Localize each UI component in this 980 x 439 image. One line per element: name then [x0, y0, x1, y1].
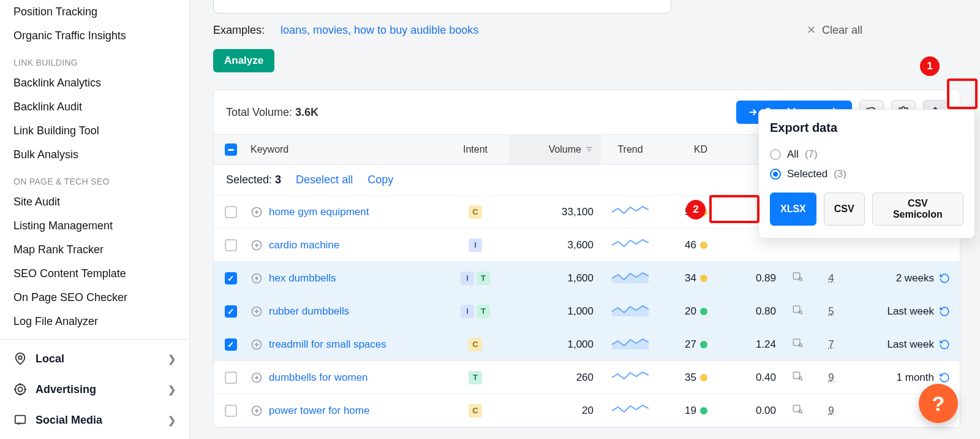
col-trend[interactable]: Trend	[601, 144, 660, 155]
sidebar-link[interactable]: Map Rank Tracker	[0, 238, 189, 262]
close-icon: ✕	[807, 23, 816, 37]
results-value: 9	[828, 372, 834, 383]
serp-icon[interactable]	[792, 271, 803, 282]
kd-value: 35	[685, 372, 696, 383]
add-icon[interactable]	[251, 272, 263, 284]
serp-icon[interactable]	[792, 403, 803, 414]
sidebar-group-title: LINK BUILDING	[0, 48, 189, 71]
add-icon[interactable]	[251, 405, 263, 417]
sidebar-bottom-local[interactable]: Local ❯	[0, 343, 189, 374]
export-selected-option[interactable]: Selected (3)	[770, 164, 963, 184]
kd-value: 34	[685, 272, 696, 284]
export-all-option[interactable]: All (7)	[770, 145, 963, 164]
deselect-all-button[interactable]: Deselect all	[296, 174, 353, 186]
volume-value: 1,000	[567, 338, 594, 351]
serp-icon[interactable]	[792, 337, 803, 348]
chevron-right-icon: ❯	[168, 353, 176, 365]
kd-dot-icon	[700, 374, 707, 381]
svg-point-1	[15, 384, 26, 395]
row-checkbox[interactable]	[225, 305, 237, 318]
col-kd[interactable]: KD	[660, 144, 715, 155]
kd-dot-icon	[700, 275, 707, 282]
results-value: 5	[828, 305, 834, 317]
sidebar-link[interactable]: Log File Analyzer	[0, 310, 189, 334]
selected-label: Selected:	[226, 174, 272, 186]
add-icon[interactable]	[251, 338, 263, 351]
sidebar-link[interactable]: Position Tracking	[0, 0, 189, 24]
table-row: hex dumbbells IT 1,600 34 0.89 4 2 weeks	[214, 262, 960, 295]
sidebar-link[interactable]: Listing Management	[0, 214, 189, 238]
add-icon[interactable]	[251, 372, 263, 384]
chevron-right-icon: ❯	[168, 414, 176, 426]
export-title: Export data	[770, 121, 963, 135]
sidebar-bottom-label: Advertising	[36, 383, 96, 396]
add-icon[interactable]	[251, 239, 263, 251]
refresh-icon[interactable]	[939, 339, 950, 350]
select-all-checkbox[interactable]	[225, 143, 237, 156]
sidebar-bottom-social[interactable]: Social Media ❯	[0, 405, 189, 435]
sidebar-bottom-label: Social Media	[36, 414, 102, 427]
keyword-input[interactable]	[213, 0, 671, 13]
kd-value: 19	[685, 405, 696, 416]
sidebar-link[interactable]: On Page SEO Checker	[0, 286, 189, 310]
kd-dot-icon	[700, 308, 707, 315]
analyze-button[interactable]: Analyze	[213, 49, 274, 72]
sidebar-link[interactable]: Site Audit	[0, 190, 189, 214]
kd-dot-icon	[700, 242, 707, 249]
row-checkbox[interactable]	[225, 206, 237, 218]
clear-all-button[interactable]: ✕ Clear all	[807, 23, 862, 37]
map-pin-icon	[13, 352, 27, 365]
keyword-link[interactable]: rubber dumbbells	[269, 305, 349, 318]
cpc-value: 0.80	[756, 305, 776, 317]
sidebar-link[interactable]: Backlink Analytics	[0, 71, 189, 95]
annotation-bubble-1: 1	[920, 56, 940, 76]
volume-value: 1,000	[567, 305, 594, 318]
sidebar-link[interactable]: Organic Traffic Insights	[0, 24, 189, 48]
keyword-link[interactable]: power tower for home	[269, 405, 369, 417]
serp-icon[interactable]	[792, 370, 803, 381]
export-csv-semicolon-button[interactable]: CSV Semicolon	[872, 193, 963, 226]
export-xlsx-button[interactable]: XLSX	[770, 193, 816, 226]
serp-icon[interactable]	[792, 304, 803, 315]
kd-value: 46	[685, 239, 696, 251]
refresh-icon[interactable]	[939, 306, 950, 317]
table-row: power tower for home C 20 19 0.00 9 4	[214, 394, 960, 427]
row-checkbox[interactable]	[225, 239, 237, 251]
chat-icon	[13, 413, 27, 427]
sidebar-link[interactable]: Backlink Audit	[0, 95, 189, 119]
help-button[interactable]: ?	[919, 384, 958, 423]
refresh-icon[interactable]	[939, 372, 950, 383]
col-intent[interactable]: Intent	[442, 144, 509, 155]
examples-links[interactable]: loans, movies, how to buy audible books	[281, 24, 478, 37]
intent-badge: T	[477, 305, 490, 318]
row-checkbox[interactable]	[225, 372, 237, 384]
sidebar-bottom-advertising[interactable]: Advertising ❯	[0, 374, 189, 405]
refresh-icon[interactable]	[939, 273, 950, 284]
results-value: 9	[828, 405, 834, 416]
sidebar-link[interactable]: SEO Content Template	[0, 262, 189, 286]
col-volume[interactable]: Volume	[509, 135, 601, 164]
col-keyword[interactable]: Keyword	[248, 144, 442, 155]
export-csv-button[interactable]: CSV	[824, 193, 865, 226]
add-icon[interactable]	[251, 305, 263, 318]
results-value: 7	[828, 338, 834, 350]
keyword-link[interactable]: cardio machine	[269, 239, 339, 251]
volume-value: 20	[582, 405, 594, 417]
svg-line-21	[801, 280, 802, 281]
intent-badge: C	[469, 338, 482, 351]
sidebar-link[interactable]: Link Building Tool	[0, 119, 189, 143]
row-checkbox[interactable]	[225, 272, 237, 284]
keyword-link[interactable]: dumbbells for women	[269, 372, 368, 384]
copy-button[interactable]: Copy	[368, 174, 393, 186]
cpc-value: 0.89	[756, 272, 776, 284]
kd-value: 20	[685, 305, 696, 317]
sidebar-group-title: ON PAGE & TECH SEO	[0, 167, 189, 190]
keyword-link[interactable]: treadmill for small spaces	[269, 338, 386, 351]
sidebar-link[interactable]: Bulk Analysis	[0, 143, 189, 167]
keyword-link[interactable]: hex dumbbells	[269, 272, 336, 284]
keyword-link[interactable]: home gym equipment	[269, 206, 369, 218]
row-checkbox[interactable]	[225, 338, 237, 351]
add-icon[interactable]	[251, 206, 263, 218]
row-checkbox[interactable]	[225, 405, 237, 417]
trend-sparkline	[612, 336, 649, 349]
